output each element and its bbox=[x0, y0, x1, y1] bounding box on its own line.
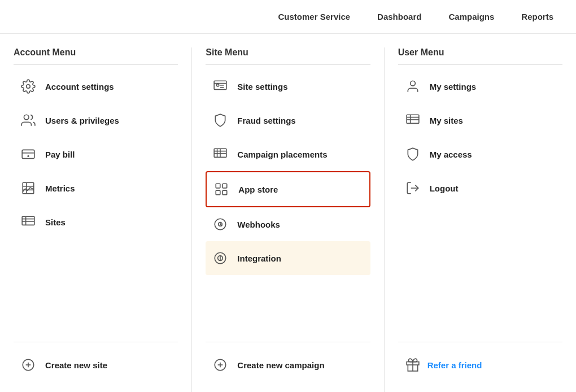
webhooks-icon bbox=[211, 215, 229, 233]
campaign-placements-label: Campaign placements bbox=[237, 150, 327, 159]
campaign-icon bbox=[211, 145, 229, 163]
my-access-item[interactable]: My access bbox=[398, 137, 562, 171]
create-site-icon bbox=[19, 356, 37, 374]
svg-rect-28 bbox=[216, 190, 221, 195]
svg-point-37 bbox=[410, 81, 415, 86]
create-new-campaign-label: Create new campaign bbox=[237, 360, 324, 370]
person-icon bbox=[404, 77, 422, 95]
logout-label: Logout bbox=[430, 184, 459, 193]
create-new-site-label: Create new site bbox=[45, 360, 107, 370]
nav-customer-service[interactable]: Customer Service bbox=[278, 12, 351, 21]
my-sites-icon bbox=[404, 111, 422, 129]
create-campaign-icon bbox=[211, 356, 229, 374]
my-access-icon bbox=[404, 145, 422, 163]
integration-icon bbox=[211, 249, 229, 267]
my-access-label: My access bbox=[430, 150, 472, 159]
campaign-placements-item[interactable]: Campaign placements bbox=[206, 137, 370, 171]
bill-icon bbox=[19, 145, 37, 163]
app-store-icon bbox=[212, 180, 230, 198]
site-menu-header: Site Menu bbox=[206, 47, 370, 65]
nav-reports[interactable]: Reports bbox=[521, 12, 553, 21]
svg-point-1 bbox=[24, 115, 29, 120]
top-nav: Customer Service Dashboard Campaigns Rep… bbox=[0, 0, 576, 34]
svg-point-0 bbox=[27, 85, 30, 89]
sites-label: Sites bbox=[45, 217, 66, 227]
site-menu-bottom: Create new campaign bbox=[206, 342, 370, 392]
my-settings-label: My settings bbox=[430, 82, 477, 92]
metrics-icon bbox=[19, 179, 37, 197]
my-sites-item[interactable]: My sites bbox=[398, 103, 562, 137]
users-privileges-label: Users & privileges bbox=[45, 116, 119, 125]
sites-item[interactable]: Sites bbox=[14, 205, 178, 239]
user-menu-header: User Menu bbox=[398, 47, 562, 65]
svg-rect-27 bbox=[222, 184, 227, 188]
metrics-item[interactable]: Metrics bbox=[14, 171, 178, 205]
refer-friend-label: Refer a friend bbox=[427, 360, 482, 370]
site-settings-item[interactable]: Site settings bbox=[206, 69, 370, 103]
metrics-label: Metrics bbox=[45, 184, 75, 193]
webhooks-item[interactable]: Webhooks bbox=[206, 207, 370, 241]
create-new-campaign-item[interactable]: Create new campaign bbox=[206, 349, 370, 381]
account-menu-bottom: Create new site bbox=[14, 342, 178, 392]
my-settings-item[interactable]: My settings bbox=[398, 69, 562, 103]
pay-bill-label: Pay bill bbox=[45, 150, 75, 159]
app-store-label: App store bbox=[238, 185, 278, 194]
svg-rect-2 bbox=[22, 150, 34, 158]
svg-rect-29 bbox=[222, 190, 227, 195]
nav-campaigns[interactable]: Campaigns bbox=[448, 12, 494, 21]
site-settings-icon bbox=[211, 77, 229, 95]
fraud-settings-label: Fraud settings bbox=[237, 116, 295, 125]
user-menu-col: User Menu My settings My sites My access… bbox=[385, 47, 576, 392]
fraud-shield-icon bbox=[211, 111, 229, 129]
menu-container: Account Menu Account settings Users & pr… bbox=[0, 34, 576, 392]
my-sites-label: My sites bbox=[430, 116, 463, 125]
refer-friend-item[interactable]: Refer a friend bbox=[398, 349, 562, 381]
account-settings-item[interactable]: Account settings bbox=[14, 69, 178, 103]
svg-rect-9 bbox=[22, 216, 34, 225]
sites-icon bbox=[19, 213, 37, 231]
webhooks-label: Webhooks bbox=[237, 220, 280, 229]
logout-item[interactable]: Logout bbox=[398, 171, 562, 205]
integration-label: Integration bbox=[237, 254, 281, 263]
site-settings-label: Site settings bbox=[237, 82, 287, 92]
users-icon bbox=[19, 111, 37, 129]
gift-icon bbox=[404, 356, 422, 374]
create-new-site-item[interactable]: Create new site bbox=[14, 349, 178, 381]
svg-point-17 bbox=[217, 84, 219, 86]
users-privileges-item[interactable]: Users & privileges bbox=[14, 103, 178, 137]
app-store-item[interactable]: App store bbox=[206, 171, 370, 207]
svg-point-4 bbox=[27, 155, 29, 157]
account-menu-header: Account Menu bbox=[14, 47, 178, 65]
logout-icon bbox=[404, 179, 422, 197]
account-settings-label: Account settings bbox=[45, 82, 114, 92]
user-menu-bottom: Refer a friend bbox=[398, 342, 562, 392]
integration-item[interactable]: Integration bbox=[206, 241, 370, 275]
fraud-settings-item[interactable]: Fraud settings bbox=[206, 103, 370, 137]
svg-rect-38 bbox=[407, 115, 419, 123]
pay-bill-item[interactable]: Pay bill bbox=[14, 137, 178, 171]
nav-dashboard[interactable]: Dashboard bbox=[377, 12, 421, 21]
site-menu-col: Site Menu Site settings Fraud settings C… bbox=[192, 47, 384, 392]
svg-rect-26 bbox=[216, 184, 221, 188]
settings-icon bbox=[19, 77, 37, 95]
account-menu-col: Account Menu Account settings Users & pr… bbox=[0, 47, 192, 392]
